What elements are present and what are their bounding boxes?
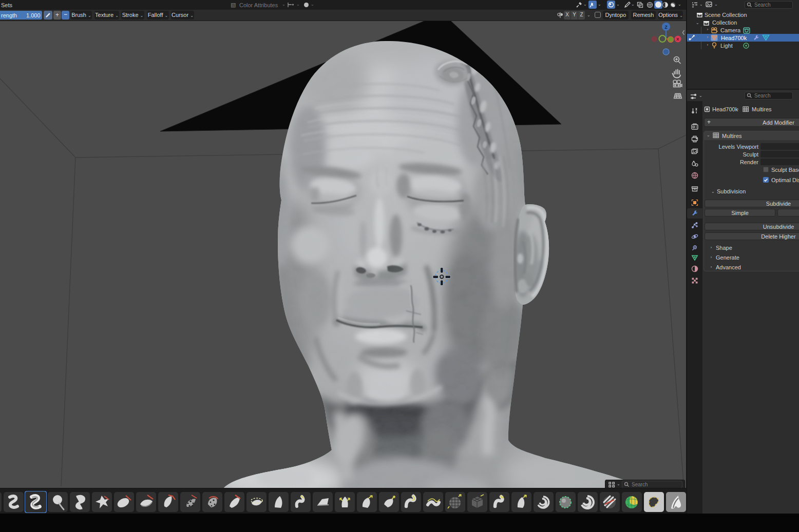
svg-text:X: X	[676, 37, 679, 42]
svg-text:Z: Z	[664, 25, 668, 30]
svg-text:❮: ❮	[681, 30, 686, 35]
